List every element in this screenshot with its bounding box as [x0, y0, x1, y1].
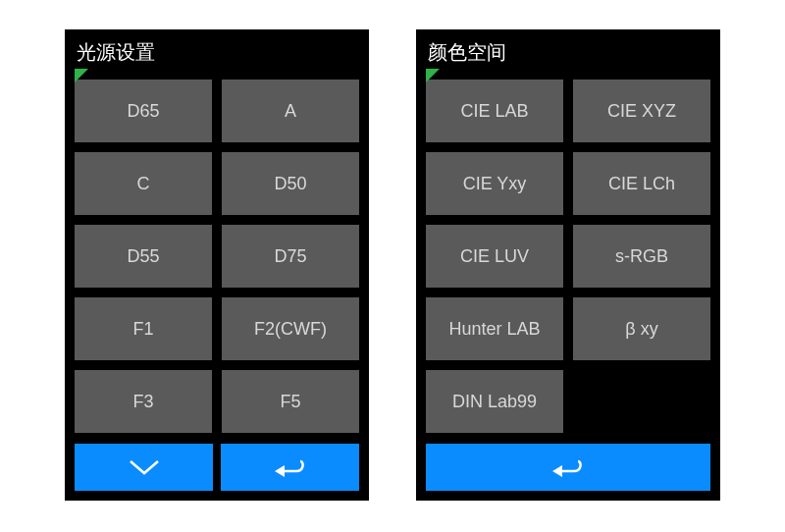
- option-cie-yxy[interactable]: CIE Yxy: [426, 152, 563, 215]
- back-button[interactable]: [426, 444, 710, 491]
- option-d55[interactable]: D55: [75, 225, 212, 288]
- option-f3[interactable]: F3: [75, 370, 212, 433]
- option-c[interactable]: C: [75, 152, 212, 215]
- option-cie-luv[interactable]: CIE LUV: [426, 225, 563, 288]
- return-arrow-icon: [549, 455, 588, 479]
- footer-bar: [416, 434, 720, 501]
- selection-marker-icon: [75, 69, 88, 82]
- page-title: 颜色空间: [416, 29, 720, 72]
- option-d65[interactable]: D65: [75, 80, 212, 142]
- option-f1[interactable]: F1: [75, 297, 212, 360]
- illuminant-options-grid: D65 A C D50 D55 D75 F1 F2(CWF) F3 F5: [65, 72, 369, 434]
- color-space-options-grid: CIE LAB CIE XYZ CIE Yxy CIE LCh CIE LUV …: [416, 72, 720, 434]
- option-cie-xyz[interactable]: CIE XYZ: [573, 80, 710, 142]
- chevron-down-icon: [127, 457, 162, 477]
- option-f5[interactable]: F5: [222, 370, 359, 433]
- page-title: 光源设置: [65, 29, 369, 72]
- footer-bar: [65, 434, 369, 501]
- option-a[interactable]: A: [222, 80, 359, 142]
- page-down-button[interactable]: [75, 444, 213, 491]
- option-d50[interactable]: D50: [222, 152, 359, 215]
- svg-marker-1: [552, 465, 562, 477]
- option-f2-cwf[interactable]: F2(CWF): [222, 297, 359, 360]
- option-din-lab99[interactable]: DIN Lab99: [426, 370, 563, 433]
- svg-marker-0: [275, 465, 285, 477]
- option-d75[interactable]: D75: [222, 225, 359, 288]
- selection-marker-icon: [426, 69, 440, 82]
- option-s-rgb[interactable]: s-RGB: [573, 225, 710, 288]
- option-hunter-lab[interactable]: Hunter LAB: [426, 297, 563, 360]
- option-cie-lch[interactable]: CIE LCh: [573, 152, 710, 215]
- option-cie-lab[interactable]: CIE LAB: [426, 80, 563, 142]
- return-arrow-icon: [271, 455, 310, 479]
- illuminant-settings-screen: 光源设置 D65 A C D50 D55 D75 F1 F2(CWF) F3 F…: [65, 29, 369, 501]
- back-button[interactable]: [221, 444, 359, 491]
- option-beta-xy[interactable]: β xy: [573, 297, 710, 360]
- color-space-screen: 颜色空间 CIE LAB CIE XYZ CIE Yxy CIE LCh CIE…: [416, 29, 720, 501]
